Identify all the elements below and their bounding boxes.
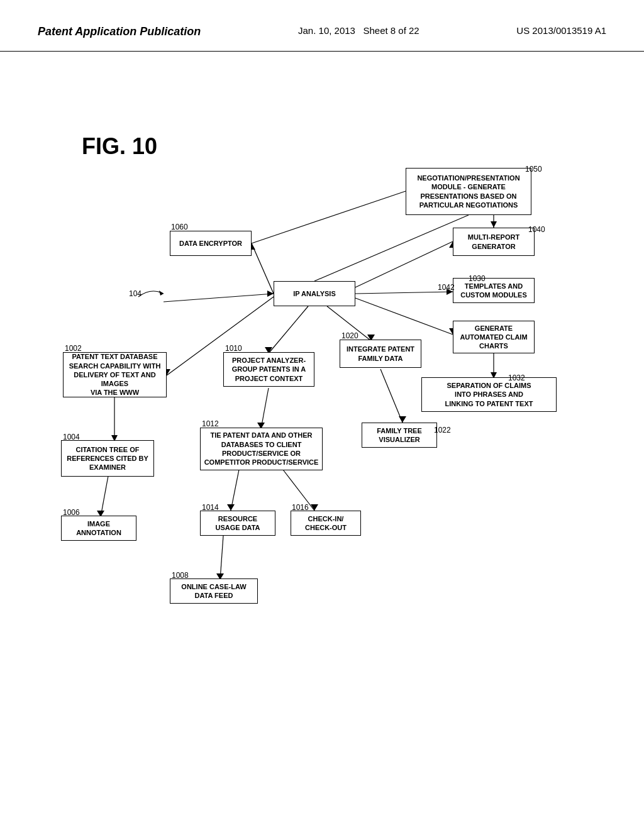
node-1040: MULTI-REPORT GENERATOR [453, 228, 535, 256]
label-1020: 1020 [341, 331, 358, 340]
svg-line-8 [355, 298, 453, 335]
arrow-104 [135, 284, 167, 303]
label-1004: 1004 [63, 433, 80, 441]
svg-marker-19 [399, 416, 406, 423]
node-1031: GENERATE AUTOMATED CLAIM CHARTS [453, 321, 535, 353]
node-1022: FAMILY TREE VISUALIZER [362, 423, 437, 448]
figure-label: FIG. 10 [82, 133, 157, 160]
svg-line-4 [355, 241, 453, 287]
node-1004: CITATION TREE OF REFERENCES CITED BY EXA… [61, 440, 154, 477]
svg-line-20 [164, 294, 274, 302]
sheet-info: Sheet 8 of 22 [363, 25, 419, 36]
label-1032: 1032 [508, 374, 525, 382]
label-1040: 1040 [528, 225, 545, 234]
node-1008: ONLINE CASE-LAW DATA FEED [170, 578, 258, 604]
svg-line-26 [261, 388, 269, 429]
node-1032: SEPARATION OF CLAIMS INTO PHRASES AND LI… [421, 377, 557, 412]
svg-marker-21 [267, 290, 274, 297]
svg-line-24 [101, 476, 108, 517]
svg-line-32 [220, 536, 223, 580]
node-1010: PROJECT ANALYZER- GROUP PATENTS IN A PRO… [223, 352, 314, 387]
svg-line-34 [252, 191, 406, 243]
svg-line-18 [380, 369, 402, 423]
publication-title: Patent Application Publication [38, 25, 201, 38]
patent-number: US 2013/0013519 A1 [516, 25, 606, 36]
node-ip-analysis: IP ANALYSIS [274, 281, 355, 306]
svg-line-2 [252, 243, 274, 294]
label-1014: 1014 [202, 503, 219, 512]
node-1060: DATA ENCRYPTOR [170, 231, 252, 256]
node-1006: IMAGE ANNOTATION [61, 516, 136, 541]
svg-marker-31 [311, 504, 318, 511]
label-1010: 1010 [225, 344, 242, 353]
pub-date: Jan. 10, 2013 [298, 25, 355, 36]
label-1060: 1060 [171, 223, 188, 231]
label-1030: 1030 [469, 274, 486, 283]
header-center: Jan. 10, 2013 Sheet 8 of 22 [298, 25, 419, 36]
svg-marker-29 [227, 504, 235, 511]
node-1016: CHECK-IN/ CHECK-OUT [291, 511, 361, 536]
label-1022: 1022 [434, 426, 451, 434]
node-1030-templates: TEMPLATES AND CUSTOM MODULES [453, 278, 535, 303]
diagram-area: FIG. 10 [0, 52, 644, 794]
label-1016: 1016 [292, 503, 309, 512]
svg-marker-36 [491, 221, 497, 228]
svg-line-0 [314, 215, 469, 281]
diagram-lines [0, 52, 644, 794]
node-1014: RESOURCE USAGE DATA [200, 511, 275, 536]
label-1006: 1006 [63, 508, 80, 517]
svg-line-28 [231, 470, 239, 511]
label-1050: 1050 [525, 165, 542, 174]
node-1002: PATENT TEXT DATABASE SEARCH CAPABILITY W… [63, 352, 167, 397]
page-header: Patent Application Publication Jan. 10, … [0, 0, 644, 52]
label-1012: 1012 [202, 419, 219, 428]
label-1002: 1002 [65, 344, 82, 353]
label-1008: 1008 [172, 571, 189, 580]
label-1042: 1042 [438, 283, 455, 292]
svg-line-14 [269, 306, 308, 353]
svg-line-6 [355, 292, 453, 294]
node-1050: NEGOTIATION/PRESENTATION MODULE - GENERA… [406, 168, 531, 215]
node-1012: TIE PATENT DATA AND OTHER DATABASES TO C… [200, 428, 323, 470]
node-1020: INTEGRATE PATENT FAMILY DATA [340, 340, 421, 368]
